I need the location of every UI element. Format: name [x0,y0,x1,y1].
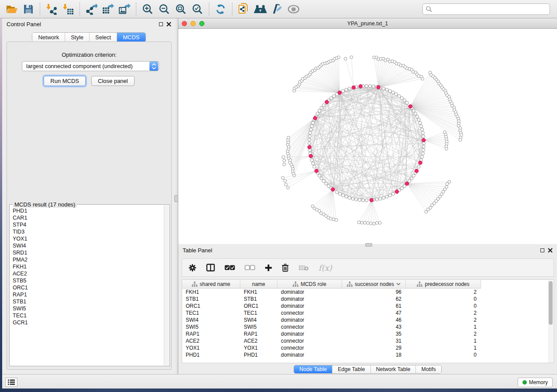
column-header-name[interactable]: name [240,280,277,289]
column-header-MCDS-role[interactable]: MCDS role [277,280,342,289]
table-row[interactable]: SWI4SWI4dominator462 [182,316,554,323]
table-row[interactable]: ACE2ACE2connector311 [182,337,554,344]
tab-mcds[interactable]: MCDS [117,33,145,42]
table-cell: dominator [277,289,342,296]
control-panel-tabs: NetworkStyleSelectMCDS [32,32,145,42]
table-cell: FKH1 [240,289,277,296]
status-bar: Memory [2,374,557,389]
table-row[interactable]: STB1STB1dominator620 [182,296,554,303]
table-cell: dominator [277,296,342,303]
delete-column-button[interactable] [282,264,289,272]
column-header-label: successor nodes [355,281,394,287]
table-scrollbar[interactable] [548,280,553,363]
table-row[interactable]: TEC1TEC1connector472 [182,309,554,316]
table-row[interactable]: PHD1PHD1dominator180 [182,351,554,358]
mcds-result-item[interactable]: FKH1 [10,263,164,270]
tab-motifs[interactable]: Motifs [415,365,441,373]
network-graph[interactable] [178,29,557,244]
close-panel-icon[interactable] [166,22,171,27]
refresh-button[interactable] [212,1,229,17]
import-network-button[interactable] [43,1,60,17]
export-table-button[interactable] [100,1,116,17]
task-history-button[interactable] [5,378,17,387]
table-cell: PHD1 [240,351,277,358]
zoom-fit-button[interactable] [173,1,189,17]
search-network-button[interactable] [252,1,269,17]
zoom-fit-icon [175,3,187,15]
close-panel-button[interactable]: Close panel [91,76,135,86]
close-panel-icon[interactable] [548,248,553,253]
zoom-out-button[interactable] [156,1,173,17]
mcds-result-item[interactable]: STB1 [10,298,164,305]
table-panel-title: Table Panel [183,247,212,254]
show-columns-button[interactable] [206,264,215,272]
table-cell: SWI4 [240,316,277,323]
mcds-result-item[interactable]: PMA2 [10,256,164,263]
hide-panel-button[interactable] [285,1,302,17]
mcds-result-item[interactable]: YOX1 [10,235,164,242]
share-document-button[interactable] [235,1,252,17]
float-panel-icon[interactable] [159,22,163,26]
export-image-button[interactable] [116,1,133,17]
zoom-in-button[interactable] [139,1,156,17]
network-view-titlebar: YPA_prune.txt_1 [178,18,557,29]
horizontal-splitter-handle[interactable] [365,243,372,247]
import-table-button[interactable] [60,1,76,17]
mcds-list-scrollbar[interactable] [164,205,169,365]
add-column-button[interactable] [265,264,272,272]
tab-node-table[interactable]: Node Table [294,365,332,373]
tab-select[interactable]: Select [89,33,117,42]
tab-style[interactable]: Style [65,33,89,42]
tab-network[interactable]: Network [32,33,65,42]
mcds-result-item[interactable]: GCR1 [10,319,164,326]
mcds-result-list[interactable]: PHD1CAR1STP4TID3YOX1SWI4SRD1PMA2FKH1ACE2… [10,207,164,365]
table-settings-button[interactable] [188,264,197,272]
memory-status-icon [522,380,527,385]
optimization-criterion-select[interactable]: largest connected component (undirected) [22,61,159,71]
mcds-result-item[interactable]: SWI5 [10,305,164,312]
share-document-icon [238,3,249,15]
search-input[interactable] [422,3,550,15]
open-file-button[interactable] [3,1,20,17]
column-tree-icon [192,282,197,287]
vizmapper-button[interactable] [269,1,285,17]
export-network-button[interactable] [83,1,100,17]
mcds-result-item[interactable]: SWI4 [10,242,164,249]
table-row[interactable]: YOX1YOX1connector291 [182,344,554,351]
gear-icon [188,264,197,272]
mcds-result-item[interactable]: PHD1 [10,207,164,214]
network-canvas[interactable] [178,29,557,244]
mcds-result-item[interactable]: STB5 [10,277,164,284]
float-panel-icon[interactable] [540,248,544,252]
mcds-result-item[interactable]: RAP1 [10,291,164,298]
mcds-result-item[interactable]: TID3 [10,228,164,235]
tab-network-table[interactable]: Network Table [370,365,416,373]
checked-boxes-icon [225,265,235,270]
column-header-predecessor-nodes[interactable]: predecessor nodes [406,280,481,289]
column-header-shared-name[interactable]: shared name [182,280,240,289]
deselect-all-button[interactable] [245,265,255,270]
table-cell: TEC1 [182,309,240,316]
zoom-selected-button[interactable] [189,1,206,17]
mcds-result-item[interactable]: ORC1 [10,284,164,291]
plus-icon [265,264,272,272]
table-row[interactable]: ORC1ORC1dominator610 [182,303,554,309]
select-all-button[interactable] [225,265,235,270]
toolbar-separator [80,3,80,16]
table-cell: connector [277,337,342,344]
mcds-result-item[interactable]: SRD1 [10,249,164,256]
mcds-result-item[interactable]: CAR1 [10,214,164,221]
memory-button[interactable]: Memory [518,378,553,387]
table-row[interactable]: SWI5SWI5connector431 [182,323,554,330]
mcds-result-item[interactable]: STP4 [10,221,164,228]
table-row[interactable]: RAP1RAP1dominator352 [182,330,554,337]
save-session-button[interactable] [20,1,37,17]
tab-edge-table[interactable]: Edge Table [332,365,370,373]
export-table-icon [102,3,114,15]
column-header-successor-nodes[interactable]: successor nodes [342,280,406,289]
run-mcds-button[interactable]: Run MCDS [44,76,86,86]
mcds-result-item[interactable]: ACE2 [10,270,164,277]
mcds-result-item[interactable]: TEC1 [10,312,164,319]
table-scrollbar-thumb[interactable] [549,281,553,325]
table-row[interactable]: FKH1FKH1dominator962 [182,289,554,296]
